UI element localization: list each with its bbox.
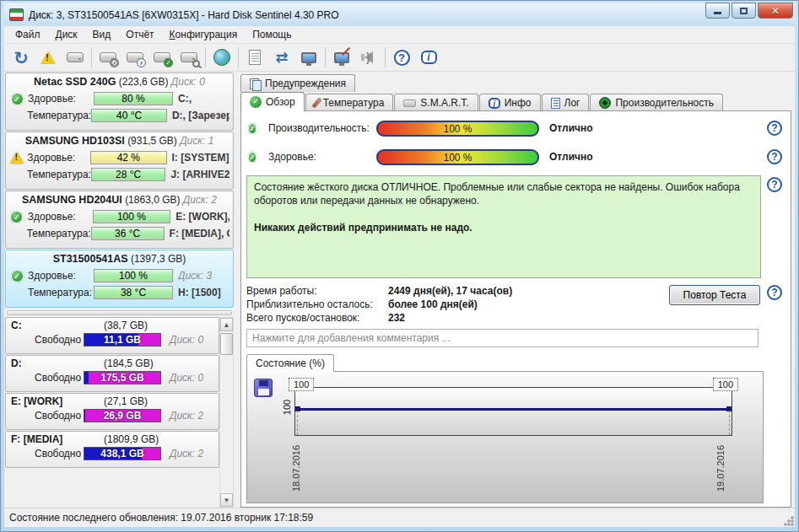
disk-volumes: F: [MEDIA], G [170, 228, 229, 239]
partition-card-f[interactable]: F: [MEDIA] (1809,9 GB) Свободно 438,1 GB… [5, 431, 219, 468]
tab-performance[interactable]: Производительность [590, 94, 722, 111]
menu-file[interactable]: Файл [8, 27, 48, 42]
disk-warning-icon[interactable] [35, 46, 62, 69]
partition-disk-number: Диск: 0 [170, 334, 203, 346]
disk-size: (931,5 GB) [127, 135, 177, 147]
chart-y-tick: 100 [282, 400, 292, 415]
refresh-icon[interactable]: ↻ [8, 46, 35, 69]
disk-clock-icon[interactable] [121, 46, 148, 69]
monitor-edit-icon[interactable] [328, 46, 355, 69]
menu-report[interactable]: Отчёт [118, 27, 161, 42]
chart-x-label-end: 19.07.2016 [715, 439, 726, 492]
help-icon[interactable]: ? [767, 177, 782, 192]
menu-disk[interactable]: Диск [48, 27, 85, 42]
disk-volumes: E: [WORK], [175, 211, 229, 223]
disk-search-icon[interactable] [175, 46, 202, 69]
remote-monitor-icon[interactable] [295, 46, 322, 69]
disk-gauge-icon[interactable] [94, 46, 121, 69]
temperature-label: Температура: [28, 287, 94, 298]
power-on-value: 2449 дня(ей), 17 часа(ов) [388, 285, 512, 297]
info-icon[interactable]: i [415, 46, 442, 69]
temperature-meter: 28 °C [91, 168, 165, 181]
app-window: Диск: 3, ST31500541AS [6XW0315X] - Hard … [0, 0, 799, 532]
document-icon [551, 98, 560, 109]
tab-temperature[interactable]: Температура [305, 94, 394, 111]
title-bar: Диск: 3, ST31500541AS [6XW0315X] - Hard … [4, 3, 795, 26]
partition-disk-number: Диск: 0 [170, 372, 203, 384]
temperature-meter: 36 °C [91, 227, 165, 240]
partition-size: (27,1 GB) [104, 395, 148, 407]
performance-label: Производительность: [268, 122, 376, 134]
partition-card-c[interactable]: C: (38,7 GB) Свободно 11,1 GB Диск: 0 [5, 317, 219, 354]
check-icon: ✓ [250, 96, 262, 108]
remaining-value: более 100 дня(ей) [388, 298, 512, 310]
overview-content: ✓ Производительность: 100 % Отлично ? ✓ … [240, 110, 791, 508]
chart-x-label-start: 18.07.2016 [291, 439, 301, 492]
tab-smart[interactable]: S.M.A.R.T. [394, 94, 478, 111]
speaker-icon[interactable] [355, 46, 382, 69]
disk-name: SAMSUNG HD204UI [22, 194, 122, 206]
sync-icon[interactable]: ⇄ [268, 46, 295, 69]
partition-name: C: [11, 320, 104, 331]
comment-input[interactable] [246, 329, 759, 347]
help-icon[interactable]: ? [767, 149, 782, 164]
resize-grip[interactable] [783, 515, 794, 526]
health-meter: 100 % [94, 269, 173, 282]
disk-detect-icon[interactable] [62, 46, 89, 69]
partition-name: E: [WORK] [11, 395, 104, 407]
disk-card-0[interactable]: Netac SSD 240G (223,6 GB) Диск: 0 ✓ Здор… [5, 73, 234, 131]
window-title: Диск: 3, ST31500541AS [6XW0315X] - Hard … [29, 9, 339, 21]
report-icon[interactable] [241, 46, 268, 69]
health-label: Здоровье: [28, 270, 94, 282]
tab-overview[interactable]: ✓ Обзор [240, 92, 305, 111]
tab-warnings-label: Предупреждения [265, 78, 346, 89]
menu-help[interactable]: Помощь [245, 27, 299, 42]
disk-size: (223,6 GB) [119, 76, 169, 88]
retest-button[interactable]: Повтор Теста [669, 285, 760, 305]
network-disk-icon[interactable] [208, 46, 235, 69]
info-icon: i [489, 98, 500, 109]
help-icon[interactable]: ? [767, 121, 782, 136]
start-stop-value: 232 [388, 312, 512, 324]
scrollbar-thumb[interactable] [220, 333, 233, 355]
temperature-meter: 38 °C [94, 286, 173, 299]
partition-size: (184,5 GB) [104, 357, 154, 369]
help-icon[interactable]: ? [388, 46, 415, 69]
save-chart-icon[interactable] [254, 379, 273, 397]
free-label: Свободно [35, 334, 84, 346]
maximize-button[interactable] [732, 3, 756, 19]
tab-log[interactable]: Лог [542, 94, 590, 111]
minimize-button[interactable] [705, 3, 730, 19]
disk-accept-icon[interactable]: ✓ [148, 46, 175, 69]
partition-card-e[interactable]: E: [WORK] (27,1 GB) Свободно 26,9 GB Дис… [5, 393, 219, 430]
performance-status: Отлично [549, 122, 593, 134]
chart-tab-health[interactable]: Состояние (%) [246, 354, 334, 372]
disk-volumes: H: [1500] [178, 287, 221, 298]
health-meter: 80 % [94, 92, 173, 105]
toolbar-separator [205, 47, 206, 67]
scroll-up-icon[interactable]: ▲ [220, 318, 233, 331]
free-space-bar: 26,9 GB [84, 409, 161, 422]
status-advice: Никаких действий предпринимать не надо. [254, 221, 753, 234]
tab-warnings[interactable]: Предупреждения [240, 74, 355, 92]
status-text: Состояние последнего обновления: 19.07.2… [9, 512, 313, 524]
temperature-label: Температура: [27, 169, 91, 180]
disk-size: (1863,0 GB) [125, 194, 180, 206]
disk-card-3-selected[interactable]: ST31500541AS (1397,3 GB) ✓ Здоровье: 100… [5, 250, 234, 308]
health-history-chart: 100 100 100 18.07.2016 19.07.2016 [246, 371, 764, 503]
health-ok-icon: ✓ [11, 93, 24, 105]
scroll-down-icon[interactable]: ▼ [220, 493, 233, 507]
disk-icon [403, 99, 416, 107]
temperature-meter: 40 °C [91, 109, 167, 122]
menu-configuration[interactable]: Конфигурация [162, 27, 246, 42]
panel-splitter[interactable] [7, 310, 232, 315]
disk-card-2[interactable]: SAMSUNG HD204UI (1863,0 GB) Диск: 2 ✓ Зд… [5, 191, 234, 249]
help-icon[interactable]: ? [767, 285, 782, 300]
tab-info[interactable]: i Инфо [479, 94, 541, 111]
partition-card-d[interactable]: D: (184,5 GB) Свободно 175,5 GB Диск: 0 [5, 355, 219, 392]
health-meter: 100 % [93, 210, 171, 223]
menu-view[interactable]: Вид [85, 27, 119, 42]
close-button[interactable]: ✕ [758, 3, 793, 19]
partition-scrollbar[interactable]: ▲ ▼ [219, 317, 234, 508]
disk-card-1[interactable]: SAMSUNG HD103SI (931,5 GB) Диск: 1 Здоро… [5, 132, 234, 190]
